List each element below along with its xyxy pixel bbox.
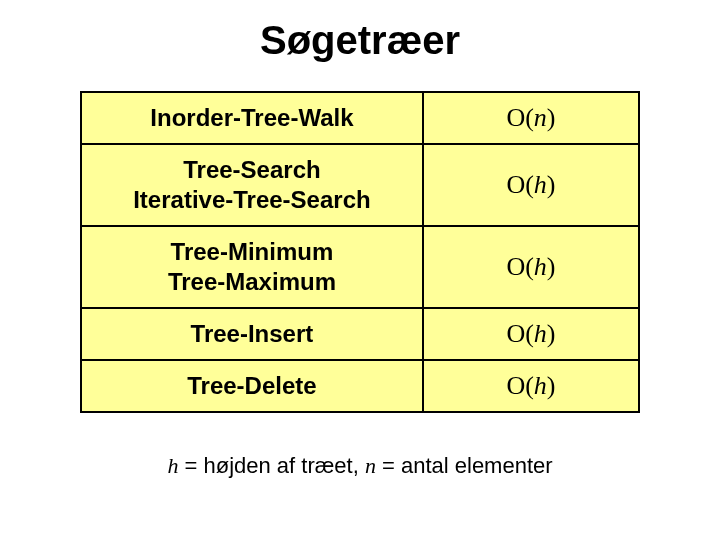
table-row: Inorder-Tree-Walk O(n) <box>81 92 639 144</box>
operation-cell: Inorder-Tree-Walk <box>81 92 423 144</box>
complexity-cell: O(h) <box>423 308 639 360</box>
table-row: Tree-Insert O(h) <box>81 308 639 360</box>
big-o-close: ) <box>547 252 556 281</box>
complexity-cell: O(h) <box>423 144 639 226</box>
table-row: Tree-Delete O(h) <box>81 360 639 412</box>
page-title: Søgetræer <box>0 18 720 63</box>
complexity-var: h <box>534 170 547 199</box>
complexity-var: h <box>534 371 547 400</box>
footnote-n-var: n <box>365 453 376 478</box>
operation-cell: Tree-MinimumTree-Maximum <box>81 226 423 308</box>
footnote-h-text: = højden af træet, <box>178 453 364 478</box>
table-row: Tree-MinimumTree-Maximum O(h) <box>81 226 639 308</box>
big-o-open: O( <box>506 103 533 132</box>
big-o-close: ) <box>547 371 556 400</box>
complexity-cell: O(h) <box>423 226 639 308</box>
big-o-open: O( <box>506 170 533 199</box>
complexity-cell: O(h) <box>423 360 639 412</box>
slide: Søgetræer Inorder-Tree-Walk O(n) Tree-Se… <box>0 0 720 540</box>
operation-cell: Tree-Delete <box>81 360 423 412</box>
big-o-open: O( <box>506 252 533 281</box>
footnote: h = højden af træet, n = antal elementer <box>0 453 720 479</box>
big-o-close: ) <box>547 170 556 199</box>
operation-cell: Tree-Insert <box>81 308 423 360</box>
footnote-h-var: h <box>167 453 178 478</box>
complexity-table: Inorder-Tree-Walk O(n) Tree-SearchIterat… <box>80 91 640 413</box>
complexity-var: h <box>534 252 547 281</box>
big-o-close: ) <box>547 103 556 132</box>
big-o-open: O( <box>506 371 533 400</box>
big-o-close: ) <box>547 319 556 348</box>
footnote-n-text: = antal elementer <box>376 453 553 478</box>
big-o-open: O( <box>506 319 533 348</box>
complexity-cell: O(n) <box>423 92 639 144</box>
complexity-var: h <box>534 319 547 348</box>
table-row: Tree-SearchIterative-Tree-Search O(h) <box>81 144 639 226</box>
operation-cell: Tree-SearchIterative-Tree-Search <box>81 144 423 226</box>
complexity-var: n <box>534 103 547 132</box>
